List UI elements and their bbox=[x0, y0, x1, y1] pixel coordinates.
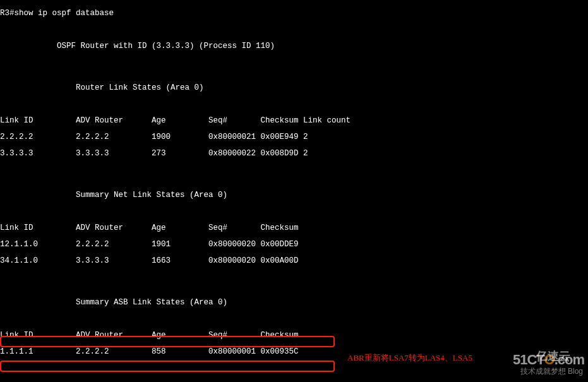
terminal-output: R3#show ip ospf database OSPF Router wit… bbox=[0, 0, 588, 382]
section-cols: Link ID ADV Router Age Seq# Checksum bbox=[0, 331, 588, 340]
table-row: 34.1.1.0 3.3.3.3 1663 0x80000020 0x00A00… bbox=[0, 257, 588, 265]
annotation-text: ABR重新将LSA7转为LAS4、LSA5 bbox=[347, 354, 472, 362]
section-title: Router Link States (Area 0) bbox=[0, 84, 588, 92]
section-cols: Link ID ADV Router Age Seq# Checksum Lin… bbox=[0, 117, 588, 125]
table-row: 12.1.1.0 2.2.2.2 1901 0x80000020 0x00DDE… bbox=[0, 241, 588, 249]
ospf-header: OSPF Router with ID (3.3.3.3) (Process I… bbox=[0, 42, 588, 51]
command-line: R3#show ip ospf database bbox=[0, 9, 588, 18]
section-cols: Link ID ADV Router Age Seq# Checksum bbox=[0, 224, 588, 232]
watermark-yisu: 亿速云 bbox=[536, 350, 570, 362]
table-row: 1.1.1.1 2.2.2.2 858 0x80000001 0x00935C bbox=[0, 348, 588, 356]
section-title: Summary Net Link States (Area 0) bbox=[0, 191, 588, 200]
section-title: Summary ASB Link States (Area 0) bbox=[0, 299, 588, 307]
prompt: R3# bbox=[0, 9, 15, 18]
table-row: 3.3.3.3 3.3.3.3 273 0x80000022 0x008D9D … bbox=[0, 150, 588, 158]
watermark-sub: 技术成就梦想 Blog bbox=[520, 367, 583, 376]
table-row: 2.2.2.2 2.2.2.2 1900 0x80000021 0x00E949… bbox=[0, 133, 588, 141]
command: show ip ospf database bbox=[15, 9, 114, 18]
